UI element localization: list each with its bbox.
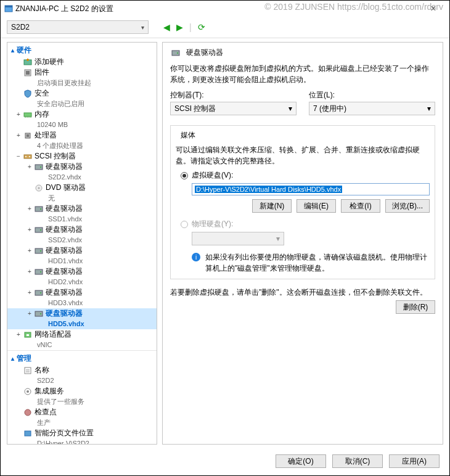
tree-item-sub: S2D2	[7, 375, 157, 386]
expander-icon[interactable]: +	[26, 162, 33, 171]
delete-desc: 若要删除虚拟硬盘，请单击"删除"。这会断开磁盘连接，但不会删除关联文件。	[170, 287, 435, 298]
tree-item[interactable]: 安全	[7, 88, 157, 99]
inspect-button[interactable]: 检查(I)	[341, 199, 380, 213]
fw-icon	[23, 68, 32, 77]
media-group-desc: 可以通过编辑关联文件来压缩、转换、扩展、合并、重新连接或收缩虚拟硬盘。请指定该文…	[176, 144, 430, 166]
svg-point-16	[40, 208, 41, 210]
tree-item[interactable]: +网络适配器	[7, 329, 157, 340]
panel-header: 硬盘驱动器	[170, 47, 435, 58]
svg-rect-8	[24, 155, 31, 158]
tree-item-sublabel: HDD3.vhdx	[48, 298, 83, 308]
svg-rect-4	[26, 71, 30, 75]
hardware-caret-icon: ▴	[11, 47, 14, 54]
apply-button[interactable]: 应用(A)	[389, 454, 440, 468]
section-hardware: ▴ 硬件	[7, 43, 157, 57]
ok-button[interactable]: 确定(O)	[276, 454, 326, 468]
tree-item[interactable]: 添加硬件	[7, 57, 157, 67]
radio-physical-disk[interactable]: 物理硬盘(Y):	[181, 219, 430, 229]
tree-item-sublabel: 安全启动已启用	[37, 99, 84, 109]
tree-item-label: 硬盘驱动器	[46, 267, 83, 276]
expander-icon[interactable]: +	[15, 330, 22, 339]
mem-icon	[23, 110, 32, 119]
tree-item[interactable]: +硬盘驱动器	[7, 266, 157, 277]
section-hardware-label: 硬件	[17, 45, 31, 55]
section-management: ▴ 管理	[7, 350, 157, 365]
tree-item-sub: 启动项目更改挂起	[7, 78, 157, 88]
toolbar: S2D2 ▾ ◀ ▶ | ⟳	[1, 17, 449, 38]
physical-disk-info: i 如果没有列出你要使用的物理硬盘，请确保该磁盘脱机。使用物理计算机上的"磁盘管…	[192, 252, 430, 274]
new-button[interactable]: 新建(N)	[252, 199, 292, 213]
svg-point-32	[25, 409, 31, 416]
cpu-icon	[23, 131, 32, 140]
vm-selector[interactable]: S2D2 ▾	[7, 20, 149, 34]
tree-item-sublabel: 启动项目更改挂起	[37, 78, 91, 88]
location-label: 位置(L):	[309, 90, 435, 101]
expander-icon[interactable]: −	[15, 152, 22, 161]
pf-icon	[23, 429, 32, 438]
expander-icon[interactable]: +	[15, 131, 22, 140]
tree-item[interactable]: +硬盘驱动器	[7, 308, 157, 319]
controller-dropdown[interactable]: SCSI 控制器 ▾	[170, 102, 297, 115]
svg-rect-35	[172, 51, 179, 55]
expander-icon[interactable]: +	[26, 225, 33, 234]
settings-tree[interactable]: ▴ 硬件 添加硬件固件启动项目更改挂起安全安全启动已启用+内存10240 MB+…	[7, 42, 157, 445]
tree-item[interactable]: +硬盘驱动器	[7, 224, 157, 235]
tree-item[interactable]: +内存	[7, 109, 157, 120]
tree-item[interactable]: DVD 驱动器	[7, 183, 157, 193]
expander-icon[interactable]: +	[26, 288, 33, 297]
tree-item[interactable]: 智能分页文件位置	[7, 428, 157, 438]
svg-point-10	[29, 156, 30, 157]
media-group: 媒体 可以通过编辑关联文件来压缩、转换、扩展、合并、重新连接或收缩虚拟硬盘。请指…	[170, 125, 435, 279]
svg-rect-28	[27, 334, 29, 336]
tree-item[interactable]: 检查点	[7, 407, 157, 417]
controller-label: 控制器(T):	[170, 90, 297, 101]
tree-item[interactable]: −SCSI 控制器	[7, 151, 157, 162]
expander-icon[interactable]: +	[26, 204, 33, 213]
nav-next[interactable]: ▶	[176, 22, 183, 32]
nav-refresh[interactable]: ⟳	[198, 22, 205, 32]
close-button[interactable]: ×	[421, 3, 446, 14]
tree-item-sublabel: 生产	[37, 418, 51, 427]
tree-item-sub: D:\Hyper-V\S2D2	[7, 438, 157, 445]
expander-icon[interactable]: +	[15, 110, 22, 119]
browse-button[interactable]: 浏览(B)...	[385, 199, 430, 213]
nav-prev[interactable]: ◀	[163, 22, 170, 32]
svg-point-12	[40, 166, 41, 168]
svc-icon	[23, 387, 32, 396]
tree-item-sub: 生产	[7, 417, 157, 428]
tree-item-label: DVD 驱动器	[46, 183, 86, 192]
tree-item[interactable]: 固件	[7, 67, 157, 78]
tree-item[interactable]: +硬盘驱动器	[7, 203, 157, 214]
chevron-down-icon: ▾	[427, 104, 431, 113]
vhd-path-input[interactable]: D:\Hyper-V\S2D2\Virtual Hard Disks\HDD5.…	[192, 183, 430, 195]
tree-item[interactable]: 集成服务	[7, 386, 157, 396]
radio-icon	[181, 221, 188, 228]
tree-item-label: 名称	[35, 366, 49, 375]
add-icon	[23, 58, 32, 67]
svg-point-9	[25, 156, 27, 157]
tree-item[interactable]: +硬盘驱动器	[7, 245, 157, 256]
edit-button[interactable]: 编辑(E)	[297, 199, 336, 213]
expander-icon[interactable]: +	[26, 309, 33, 318]
tree-item-label: 网络适配器	[35, 330, 72, 339]
svg-rect-15	[35, 207, 43, 211]
expander-icon[interactable]: +	[26, 246, 33, 255]
tree-item-label: 固件	[35, 68, 49, 77]
tree-item-label: 硬盘驱动器	[46, 288, 83, 297]
tree-item-label: 检查点	[35, 408, 57, 417]
tree-item-sub: 10240 MB	[7, 120, 157, 130]
tree-item[interactable]: +硬盘驱动器	[7, 287, 157, 298]
tree-item[interactable]: +处理器	[7, 130, 157, 141]
delete-button[interactable]: 删除(R)	[396, 300, 435, 314]
location-dropdown[interactable]: 7 (使用中) ▾	[309, 102, 435, 115]
title-bar: ZNANJIA-PC 上 S2D2 的设置 ×	[1, 1, 449, 17]
tree-item[interactable]: 名称	[7, 365, 157, 375]
detail-panel: 硬盘驱动器 你可以更改将虚拟硬盘附加到虚拟机的方式。如果此磁盘上已经安装了一个操…	[162, 42, 443, 445]
radio-virtual-disk[interactable]: 虚拟硬盘(V):	[181, 170, 430, 181]
tree-item-sublabel: S2D2	[37, 376, 54, 385]
expander-icon[interactable]: +	[26, 267, 33, 276]
hdd-icon	[35, 205, 43, 213]
tree-item-label: SCSI 控制器	[35, 152, 76, 161]
cancel-button[interactable]: 取消(C)	[332, 454, 383, 468]
tree-item[interactable]: +硬盘驱动器	[7, 162, 157, 172]
